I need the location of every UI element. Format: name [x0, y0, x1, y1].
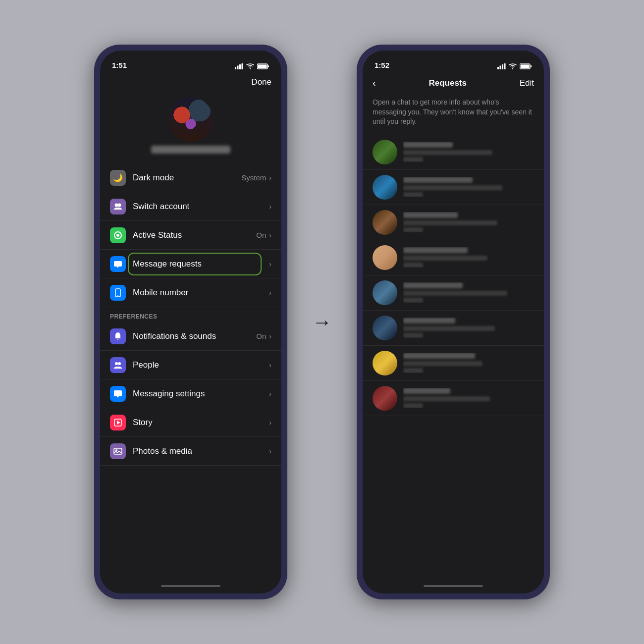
svg-marker-17	[117, 421, 120, 425]
back-button[interactable]: ‹	[373, 77, 376, 89]
request-info-2	[403, 177, 534, 197]
menu-item-notifications[interactable]: Notifications & sounds On ›	[100, 322, 281, 351]
people-chevron: ›	[269, 361, 271, 369]
request-item-6[interactable]	[363, 311, 544, 346]
requests-header: ‹ Requests Edit	[363, 72, 544, 94]
request-avatar-1	[373, 140, 397, 164]
svg-rect-18	[114, 448, 122, 454]
messaging-icon	[110, 386, 126, 402]
avatar	[168, 97, 213, 142]
left-screen-content: Done 🌙 Dark mode System ›	[100, 72, 281, 593]
notifications-chevron: ›	[269, 332, 271, 340]
switch-account-label: Switch account	[133, 202, 269, 212]
switch-account-icon	[110, 199, 126, 215]
menu-item-message-requests[interactable]: Message requests ›	[100, 250, 281, 278]
request-item-3[interactable]	[363, 205, 544, 240]
story-chevron: ›	[269, 419, 271, 427]
requests-list	[363, 135, 544, 579]
request-avatar-8	[373, 386, 397, 411]
people-label: People	[133, 360, 269, 370]
svg-rect-27	[521, 65, 530, 68]
photos-label: Photos & media	[133, 446, 269, 456]
svg-point-24	[512, 68, 513, 69]
right-battery-icon	[520, 63, 532, 69]
svg-point-11	[116, 234, 119, 237]
right-phone: 1:52	[357, 45, 550, 599]
request-info-8	[403, 388, 534, 408]
request-time-7	[403, 368, 423, 373]
request-info-6	[403, 318, 534, 338]
dark-mode-value: System	[241, 173, 266, 182]
menu-item-story[interactable]: Story ›	[100, 408, 281, 437]
avatar-image	[168, 97, 213, 142]
menu-item-people[interactable]: People ›	[100, 351, 281, 379]
switch-account-chevron: ›	[269, 203, 271, 211]
mobile-number-label: Mobile number	[133, 288, 269, 298]
edit-button[interactable]: Edit	[520, 78, 534, 88]
request-avatar-3	[373, 210, 397, 235]
svg-point-15	[118, 362, 121, 365]
active-status-icon	[110, 227, 126, 243]
request-preview-6	[403, 326, 495, 331]
request-avatar-4	[373, 245, 397, 270]
menu-item-mobile-number[interactable]: Mobile number ›	[100, 278, 281, 307]
request-avatar-7	[373, 351, 397, 376]
request-name-8	[403, 388, 450, 394]
svg-point-13	[117, 295, 118, 296]
active-status-value: On	[256, 231, 266, 239]
menu-item-photos[interactable]: Photos & media ›	[100, 437, 281, 466]
messaging-label: Messaging settings	[133, 389, 269, 399]
request-item-4[interactable]	[363, 240, 544, 275]
svg-rect-23	[504, 63, 506, 69]
request-info-3	[403, 212, 534, 232]
request-item-5[interactable]	[363, 275, 544, 311]
left-status-icons	[235, 63, 269, 69]
scene: 1:51	[0, 0, 644, 644]
request-name-6	[403, 318, 455, 323]
menu-item-switch-account[interactable]: Switch account ›	[100, 192, 281, 221]
svg-rect-0	[235, 67, 236, 69]
request-item-1[interactable]	[363, 135, 544, 170]
request-avatar-6	[373, 316, 397, 340]
notch-right	[421, 51, 485, 64]
request-time-6	[403, 333, 423, 338]
story-icon	[110, 415, 126, 430]
request-item-7[interactable]	[363, 346, 544, 381]
request-item-8[interactable]	[363, 381, 544, 416]
request-item-2[interactable]	[363, 170, 544, 205]
mobile-number-icon	[110, 285, 126, 301]
request-name-1	[403, 142, 453, 148]
story-label: Story	[133, 418, 269, 428]
notifications-label: Notifications & sounds	[133, 331, 256, 341]
requests-title: Requests	[429, 78, 467, 88]
right-signal-icon	[497, 63, 506, 69]
menu-item-messaging[interactable]: Messaging settings ›	[100, 379, 281, 408]
battery-icon	[257, 63, 269, 69]
message-requests-label: Message requests	[133, 259, 269, 269]
notch	[159, 51, 223, 64]
arrow-container: →	[307, 311, 337, 333]
menu-item-dark-mode[interactable]: 🌙 Dark mode System ›	[100, 163, 281, 192]
left-home-indicator	[100, 579, 281, 593]
wifi-icon	[246, 63, 254, 69]
svg-rect-22	[502, 64, 503, 69]
request-name-3	[403, 212, 458, 218]
request-time-5	[403, 298, 423, 303]
messaging-chevron: ›	[269, 390, 271, 398]
arrow-icon: →	[312, 311, 332, 333]
photos-chevron: ›	[269, 447, 271, 455]
notifications-value: On	[256, 332, 266, 340]
right-time: 1:52	[375, 61, 389, 69]
dark-mode-icon: 🌙	[110, 170, 126, 186]
svg-point-14	[115, 362, 118, 365]
left-home-bar	[161, 585, 220, 587]
photos-icon	[110, 443, 126, 459]
dark-mode-label: Dark mode	[133, 173, 241, 183]
svg-rect-2	[239, 64, 241, 69]
done-button[interactable]: Done	[251, 77, 271, 87]
request-time-8	[403, 403, 423, 408]
menu-list: 🌙 Dark mode System ›	[100, 163, 281, 579]
menu-item-active-status[interactable]: Active Status On ›	[100, 221, 281, 250]
mobile-number-chevron: ›	[269, 289, 271, 297]
svg-rect-6	[268, 65, 269, 67]
